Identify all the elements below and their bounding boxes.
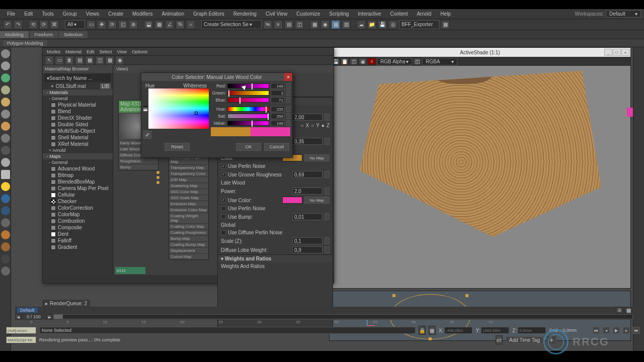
tool-icon[interactable] (1, 110, 10, 119)
link-button[interactable]: ⟲ (29, 20, 38, 29)
hue-value[interactable]: 235 (271, 106, 285, 112)
coord-mode[interactable]: ▦ (429, 326, 436, 335)
map-item[interactable]: ColorCorrection (43, 205, 113, 211)
menu-animation[interactable]: Animation (158, 10, 188, 18)
view-tab[interactable]: View1 (113, 65, 334, 73)
nomap-button[interactable]: No Map (304, 197, 330, 204)
tool-icon[interactable] (1, 194, 10, 203)
spinner[interactable] (325, 138, 330, 145)
sat-slider[interactable] (227, 114, 269, 119)
scalez-input[interactable]: 0,1 (292, 237, 323, 244)
spinner[interactable] (325, 213, 330, 220)
render-queue[interactable]: ▸RenderQueue: 2 (42, 300, 90, 307)
lock-icon[interactable]: 🔒 (419, 326, 426, 335)
map-item[interactable]: Advanced Wood (43, 165, 113, 172)
alpha-select[interactable]: RGB Alpha▾ (377, 58, 412, 65)
menu-scripting[interactable]: Scripting (325, 10, 353, 18)
render-setup-button[interactable]: ▦ (331, 20, 340, 29)
node-button[interactable]: ▭ (55, 56, 64, 65)
mirror-button[interactable]: ⇋ (263, 20, 272, 29)
spinner[interactable] (325, 171, 330, 178)
bff-exporter[interactable]: BFF_Exporter (399, 20, 439, 29)
scale-button[interactable]: ◱ (118, 20, 127, 29)
bind-button[interactable]: ⌘ (50, 20, 59, 29)
me-edit[interactable]: Edit (85, 49, 97, 54)
color-field[interactable] (148, 88, 209, 129)
timeline-scroll[interactable] (53, 314, 633, 319)
general2-section[interactable]: - General (43, 159, 113, 165)
open-button[interactable]: 📁 (367, 20, 376, 29)
menu-create[interactable]: Create (104, 10, 127, 18)
schematic-button[interactable]: ▦ (310, 20, 319, 29)
render-frame-button[interactable]: ▧ (342, 20, 351, 29)
menu-group[interactable]: Group (59, 10, 81, 18)
move-child-button[interactable]: ▤ (75, 56, 84, 65)
place-button[interactable]: ⊕ (129, 20, 138, 29)
me-options[interactable]: Options (130, 49, 149, 54)
filter-icon[interactable]: ⚞ (616, 307, 623, 313)
late-color-swatch[interactable] (282, 197, 302, 204)
polygon-modeling[interactable]: Polygon Modeling (3, 40, 47, 46)
clone-button[interactable]: ◫ (350, 58, 358, 65)
red-value[interactable]: 148 (271, 83, 285, 89)
value-slider[interactable] (227, 121, 269, 126)
hue-slider[interactable] (227, 107, 269, 112)
ribbon-selection[interactable]: Selection (59, 31, 88, 38)
me-modes[interactable]: Modes (45, 49, 62, 54)
tag-icon[interactable]: 🏷 (496, 335, 503, 344)
spinner[interactable] (325, 237, 330, 244)
groove-input[interactable]: 0,69 (292, 171, 323, 178)
perlin-check[interactable]: ✓ (221, 164, 226, 169)
map-item[interactable]: BlendedBoxMap (43, 178, 113, 185)
menu-modifiers[interactable]: Modifiers (128, 10, 157, 18)
matedit-button[interactable]: ◉ (320, 20, 330, 29)
materials-section[interactable]: - Materials (43, 89, 113, 96)
roughness-input[interactable]: 0,35 (292, 138, 323, 145)
groove-check[interactable]: ✓ (221, 172, 226, 177)
general-section[interactable]: - General (43, 96, 113, 102)
z-coord[interactable]: 0,0mm (518, 327, 546, 334)
mat-item[interactable]: Physical Material (43, 102, 113, 108)
green-slider[interactable] (227, 90, 269, 96)
align-button[interactable]: ≡ (274, 20, 283, 29)
tool-icon[interactable] (1, 230, 10, 239)
menu-edit[interactable]: Edit (20, 10, 37, 18)
close-button[interactable]: × (284, 73, 292, 81)
tool-icon[interactable] (1, 218, 10, 227)
spinner[interactable] (286, 90, 290, 96)
menu-arnold[interactable]: Arnold (413, 10, 435, 18)
right-panel-collapsed[interactable] (633, 47, 644, 351)
map-item[interactable]: Camera Map Per Pixel (43, 185, 113, 192)
clear-button[interactable]: × (368, 58, 376, 65)
map-item[interactable]: Dent (43, 231, 113, 237)
me-select[interactable]: Select (98, 49, 114, 54)
percentsnap-button[interactable]: % (176, 20, 185, 29)
spinner[interactable] (286, 113, 290, 119)
spinner[interactable] (325, 188, 330, 195)
power-input[interactable]: 2,0 (292, 188, 323, 195)
spinner[interactable] (286, 120, 290, 126)
ribbon-freeform[interactable]: Freeform (30, 31, 58, 38)
bump-check[interactable] (221, 214, 226, 219)
menu-rendering[interactable]: Rendering (229, 10, 261, 18)
me-view[interactable]: View (115, 49, 129, 54)
curve-button[interactable]: ◫ (295, 20, 304, 29)
layers-button[interactable]: ▤ (284, 20, 293, 29)
perlin2-check[interactable] (221, 206, 226, 211)
save-button[interactable]: 💾 (378, 20, 387, 29)
filter-drop[interactable]: All▾ (65, 20, 85, 29)
assign-button[interactable]: ◫ (95, 56, 104, 65)
track-default[interactable]: Default (17, 308, 38, 313)
key-icon[interactable]: ▦ (625, 307, 632, 313)
spinner[interactable] (325, 114, 330, 121)
tool-icon[interactable] (1, 49, 10, 58)
channel-button[interactable]: ◫ (413, 58, 421, 65)
me-material[interactable]: Material (63, 49, 84, 54)
scale-input[interactable]: 2,00 (292, 114, 323, 121)
portal-button[interactable]: ◎ (388, 20, 397, 29)
eyedropper-button[interactable]: ✐ (143, 131, 151, 139)
spinner[interactable] (286, 97, 290, 103)
workspace-select[interactable]: Default▾ (606, 10, 641, 18)
ref-button[interactable]: ⬓ (144, 20, 153, 29)
tool-icon[interactable] (1, 266, 10, 276)
